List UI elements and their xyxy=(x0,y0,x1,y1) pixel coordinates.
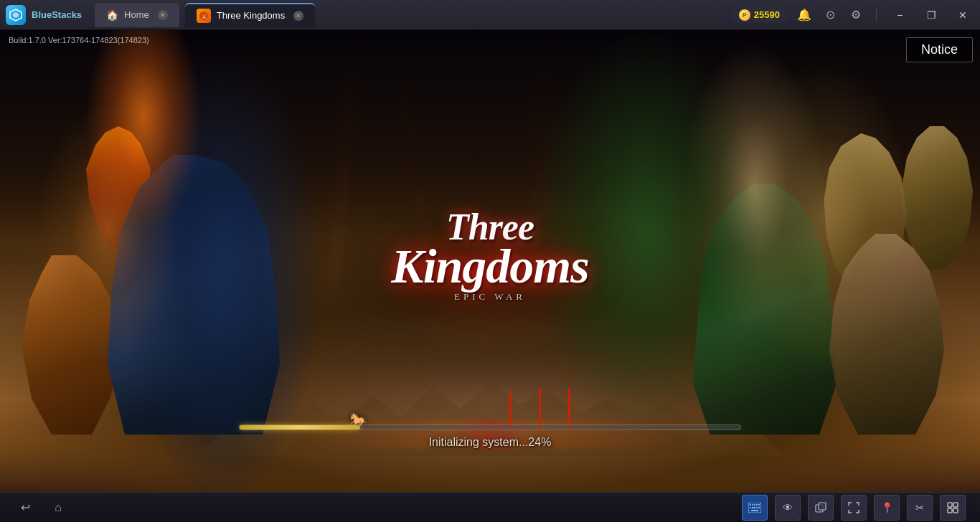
game-area: Build:1.7.0 Ver:173764-174823(174823) No… xyxy=(0,30,980,492)
game-tab-icon: ⚔ xyxy=(197,9,211,23)
svg-rect-7 xyxy=(754,504,755,506)
eye-button[interactable]: 👁 xyxy=(775,495,801,521)
game-logo: Three Kingdoms EPIC WAR xyxy=(391,211,588,303)
home-tab-close[interactable]: ✕ xyxy=(158,10,168,20)
svg-rect-10 xyxy=(750,507,751,508)
svg-text:⚔: ⚔ xyxy=(201,14,206,20)
more-button[interactable] xyxy=(940,495,966,521)
home-tab-label: Home xyxy=(124,9,149,20)
title-bar: BlueStacks 🏠 Home ✕ ⚔ Three Kingdoms ✕ P… xyxy=(0,0,980,30)
location-button[interactable]: 📍 xyxy=(874,495,900,521)
bottom-left-controls: ↩ ⌂ xyxy=(14,497,69,518)
tab-home[interactable]: 🏠 Home ✕ xyxy=(95,3,179,27)
coins-badge: P 25590 xyxy=(732,7,787,23)
svg-rect-6 xyxy=(752,504,753,506)
svg-marker-1 xyxy=(13,12,19,18)
svg-rect-13 xyxy=(758,507,760,508)
build-info: Build:1.7.0 Ver:173764-174823(174823) xyxy=(9,36,149,44)
close-button[interactable]: ✕ xyxy=(951,5,974,25)
build-version: Build:1.7.0 Ver:173764-174823(174823) xyxy=(9,36,149,44)
bottom-bar: ↩ ⌂ 👁 xyxy=(0,492,980,522)
svg-rect-17 xyxy=(948,503,952,507)
svg-rect-12 xyxy=(756,507,758,508)
svg-rect-18 xyxy=(953,503,958,507)
game-tab-close[interactable]: ✕ xyxy=(293,11,303,21)
svg-rect-14 xyxy=(751,510,758,511)
svg-rect-20 xyxy=(953,508,958,513)
back-button[interactable]: ↩ xyxy=(14,497,36,518)
progress-area: 🐎 Initializing system...24% xyxy=(239,424,741,449)
scissors-button[interactable]: ✂ xyxy=(907,495,933,521)
search-button[interactable]: ⊙ xyxy=(821,6,839,24)
game-title: Three Kingdoms xyxy=(391,211,588,288)
svg-rect-16 xyxy=(819,503,826,510)
progress-bar-track xyxy=(239,424,741,430)
svg-rect-5 xyxy=(750,504,751,506)
minimize-button[interactable]: − xyxy=(888,5,911,25)
bottom-right-controls: 👁 📍 ✂ xyxy=(742,495,966,521)
progress-bar-fill xyxy=(240,425,360,430)
notice-button[interactable]: Notice xyxy=(906,37,973,62)
keyboard-button[interactable] xyxy=(742,495,768,521)
multiinstance-button[interactable] xyxy=(808,495,834,521)
brand-name: BlueStacks xyxy=(32,9,82,20)
title-bar-right: P 25590 🔔 ⊙ ⚙ − ❐ ✕ xyxy=(732,5,974,25)
game-tab-label: Three Kingdoms xyxy=(217,10,285,21)
svg-rect-11 xyxy=(752,507,755,508)
progress-text: Initializing system...24% xyxy=(239,436,741,449)
restore-button[interactable]: ❐ xyxy=(920,5,943,25)
svg-rect-19 xyxy=(948,508,952,513)
title-kingdoms: Kingdoms xyxy=(391,244,588,288)
coins-amount: 25590 xyxy=(754,9,780,20)
svg-rect-8 xyxy=(756,504,758,506)
svg-rect-9 xyxy=(758,504,760,506)
fullscreen-button[interactable] xyxy=(841,495,867,521)
home-icon: 🏠 xyxy=(106,9,118,21)
home-bottom-button[interactable]: ⌂ xyxy=(47,497,69,518)
settings-button[interactable]: ⚙ xyxy=(847,6,864,24)
notice-label: Notice xyxy=(921,42,958,57)
notification-button[interactable]: 🔔 xyxy=(796,6,813,24)
bluestacks-logo xyxy=(6,5,26,25)
coin-icon: P xyxy=(739,9,750,21)
tab-game[interactable]: ⚔ Three Kingdoms ✕ xyxy=(185,3,315,27)
